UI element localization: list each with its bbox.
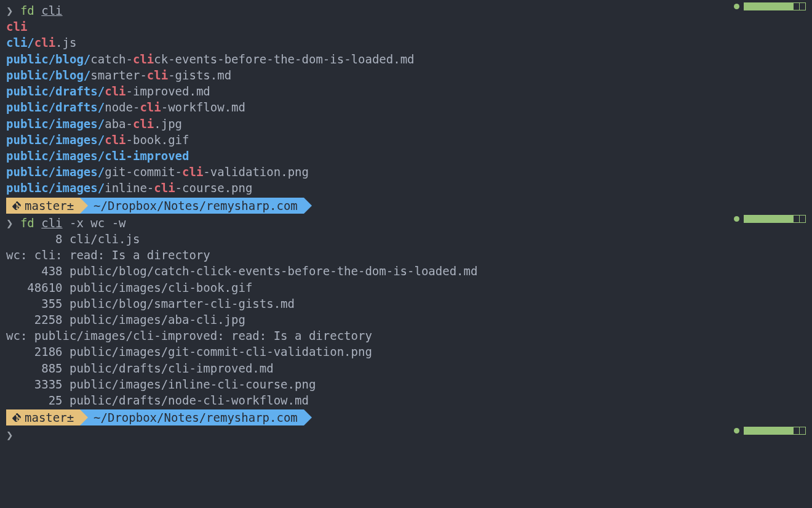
command-line[interactable]: ❯ fd cli -x wc -w xyxy=(6,215,806,231)
fd-result-line: cli xyxy=(6,18,806,34)
prompt-chevron-icon: ❯ xyxy=(6,428,13,441)
git-branch-segment: master± xyxy=(6,409,80,425)
status-blocks xyxy=(744,215,806,223)
fd-result-line: public/drafts/node-cli-workflow.md xyxy=(6,99,806,115)
wc-output-line: 2258 public/images/aba-cli.jpg xyxy=(6,312,806,328)
git-branch-icon xyxy=(12,198,21,214)
right-status-indicator xyxy=(734,2,806,10)
wc-output-line: wc: cli: read: Is a directory xyxy=(6,247,806,263)
wc-output-line: 438 public/blog/catch-click-events-befor… xyxy=(6,263,806,279)
cwd-segment: ~/Dropbox/Notes/remysharp.com xyxy=(80,198,304,214)
command-executable: fd xyxy=(20,4,34,17)
prompt-chevron-icon: ❯ xyxy=(6,4,20,17)
wc-output-line: 2186 public/images/git-commit-cli-valida… xyxy=(6,344,806,360)
status-dot xyxy=(734,216,739,222)
fd-result-line: public/blog/smarter-cli-gists.md xyxy=(6,67,806,83)
fd-result-line: public/blog/catch-click-events-before-th… xyxy=(6,51,806,67)
powerline-prompt: master±~/Dropbox/Notes/remysharp.com xyxy=(6,409,806,425)
cwd-segment: ~/Dropbox/Notes/remysharp.com xyxy=(80,409,304,425)
fd-result-line: public/images/cli-improved xyxy=(6,148,806,164)
wc-output-line: 25 public/drafts/node-cli-workflow.md xyxy=(6,392,806,408)
command-executable: fd xyxy=(20,216,34,230)
fd-result-line: cli/cli.js xyxy=(6,34,806,50)
status-dot xyxy=(734,428,739,433)
fd-result-line: public/images/cli-book.gif xyxy=(6,132,806,148)
wc-output-line: 8 cli/cli.js xyxy=(6,231,806,247)
git-branch-label: master± xyxy=(25,198,74,214)
command-arg: cli xyxy=(41,4,62,17)
terminal-output: ❯ fd cliclicli/cli.jspublic/blog/catch-c… xyxy=(6,2,806,443)
wc-output-line: 48610 public/images/cli-book.gif xyxy=(6,280,806,296)
wc-output-line: wc: public/images/cli-improved: read: Is… xyxy=(6,328,806,344)
wc-output-line: 355 public/blog/smarter-cli-gists.md xyxy=(6,296,806,312)
fd-result-line: public/images/aba-cli.jpg xyxy=(6,116,806,132)
command-line[interactable]: ❯ xyxy=(6,427,806,443)
fd-result-line: public/images/inline-cli-course.png xyxy=(6,180,806,196)
fd-result-line: public/images/git-commit-cli-validation.… xyxy=(6,164,806,180)
cwd-label: ~/Dropbox/Notes/remysharp.com xyxy=(94,409,298,425)
status-dot xyxy=(734,4,739,9)
fd-result-line: public/drafts/cli-improved.md xyxy=(6,83,806,99)
git-branch-label: master± xyxy=(25,409,74,425)
status-blocks xyxy=(744,427,806,435)
cwd-label: ~/Dropbox/Notes/remysharp.com xyxy=(94,198,298,214)
powerline-prompt: master±~/Dropbox/Notes/remysharp.com xyxy=(6,198,806,214)
git-branch-segment: master± xyxy=(6,198,80,214)
command-arg: cli xyxy=(41,216,62,230)
wc-output-line: 885 public/drafts/cli-improved.md xyxy=(6,360,806,376)
command-flags: -x wc -w xyxy=(63,216,126,230)
command-line[interactable]: ❯ fd cli xyxy=(6,2,806,18)
right-status-indicator xyxy=(734,427,806,435)
git-branch-icon xyxy=(12,409,21,425)
status-blocks xyxy=(744,2,806,10)
right-status-indicator xyxy=(734,215,806,223)
wc-output-line: 3335 public/images/inline-cli-course.png xyxy=(6,376,806,392)
prompt-chevron-icon: ❯ xyxy=(6,216,20,230)
